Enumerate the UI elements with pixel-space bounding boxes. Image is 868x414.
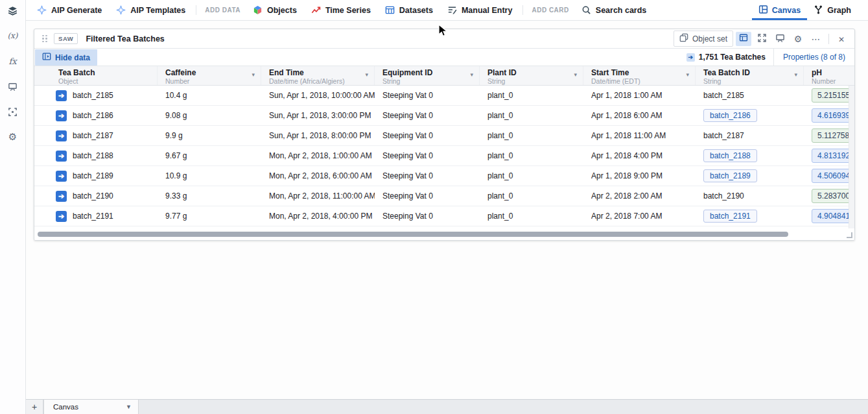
variable-icon[interactable]: (x) — [7, 30, 19, 42]
start-time-value: Apr 1, 2018 1:00 AM — [591, 91, 662, 100]
column-header-plant-id[interactable]: Plant IDString▾ — [480, 66, 583, 85]
cell-tea-batch[interactable]: ➔batch_2187 — [34, 126, 158, 145]
tab-canvas[interactable]: Canvas — [752, 0, 807, 20]
plant-id-value: plant_0 — [487, 151, 513, 160]
resize-corner-handle[interactable] — [847, 232, 852, 238]
object-count[interactable]: ➔ 1,751 Tea Batches — [679, 49, 773, 66]
card-settings-button[interactable]: ⚙ — [790, 32, 806, 46]
cell-tea-batch[interactable]: ➔batch_2189 — [34, 166, 158, 186]
cell-equipment-id: Steeping Vat 0 — [375, 86, 480, 105]
cell-end-time: Mon, Apr 2, 2018, 6:00:00 AM — [261, 166, 375, 186]
cell-tea-batch-id[interactable]: batch_2189 — [696, 166, 804, 186]
aip-templates-button[interactable]: AIP Templates — [109, 0, 193, 20]
cell-equipment-id: Steeping Vat 0 — [375, 126, 480, 145]
column-type-label: Number — [812, 77, 854, 85]
column-label: pH — [812, 68, 854, 77]
aip-generate-button[interactable]: AIP Generate — [30, 0, 109, 20]
chevron-down-icon[interactable]: ▾ — [470, 71, 473, 78]
maximize-button[interactable] — [754, 32, 769, 46]
column-header-tea-batch-id[interactable]: Tea Batch IDString▾ — [696, 66, 804, 85]
batch-id-chip[interactable]: batch_2191 — [703, 210, 757, 223]
batch-id-chip[interactable]: batch_2188 — [703, 149, 757, 162]
presentation-icon[interactable] — [7, 80, 19, 92]
search-cards-button[interactable]: Search cards — [574, 0, 654, 20]
batch-id-chip[interactable]: batch_2189 — [703, 169, 757, 182]
cell-plant-id: plant_0 — [480, 206, 583, 226]
cell-tea-batch-id: batch_2190 — [696, 186, 804, 206]
cell-tea-batch[interactable]: ➔batch_2186 — [34, 106, 158, 125]
cell-tea-batch-id[interactable]: batch_2188 — [696, 146, 804, 165]
caffeine-value: 9.08 g — [165, 111, 187, 120]
datasets-icon — [385, 5, 395, 15]
column-header-start-time[interactable]: Start TimeDate/time (EDT)▾ — [583, 66, 696, 85]
table-header-row: Tea BatchObjectCaffeineNumber▾End TimeDa… — [34, 66, 854, 86]
more-options-button[interactable]: ⋯ — [808, 32, 824, 46]
vertical-scrollbar[interactable] — [849, 86, 854, 228]
focus-icon[interactable] — [7, 106, 19, 117]
objects-button[interactable]: Objects — [246, 0, 304, 20]
gear-icon: ⚙ — [794, 34, 803, 44]
chevron-down-icon[interactable]: ▾ — [365, 71, 368, 78]
object-link-icon[interactable]: ➔ — [56, 110, 67, 121]
drag-handle-icon[interactable] — [42, 35, 47, 43]
cell-plant-id: plant_0 — [480, 106, 583, 125]
settings-icon[interactable]: ⚙ — [7, 131, 19, 143]
datasets-button[interactable]: Datasets — [378, 0, 440, 20]
object-link-icon[interactable]: ➔ — [56, 211, 67, 222]
object-set-icon — [679, 33, 688, 44]
column-header-end-time[interactable]: End TimeDate/time (Africa/Algiers)▾ — [261, 66, 375, 85]
cell-equipment-id: Steeping Vat 0 — [375, 186, 480, 206]
column-header-ph[interactable]: pHNumber — [804, 66, 854, 85]
add-page-button[interactable]: + — [26, 400, 43, 414]
maximize-icon — [757, 33, 767, 45]
cell-tea-batch-id[interactable]: batch_2191 — [696, 206, 804, 226]
chevron-down-icon[interactable]: ▾ — [252, 71, 255, 78]
column-header-tea-batch[interactable]: Tea BatchObject — [34, 66, 158, 85]
graph-view-icon — [814, 5, 823, 16]
canvas-workspace: SAW Filtered Tea Batches Object set ⚙ ⋯ — [26, 21, 868, 399]
column-header-equipment-id[interactable]: Equipment IDString▾ — [375, 66, 480, 85]
add-card-section-label-label: ADD CARD — [532, 6, 569, 14]
manual-entry-button[interactable]: Manual Entry — [440, 0, 520, 20]
cell-tea-batch[interactable]: ➔batch_2188 — [34, 146, 158, 165]
present-button[interactable] — [772, 32, 788, 46]
object-link-icon[interactable]: ➔ — [56, 90, 67, 101]
chevron-down-icon[interactable]: ▾ — [794, 71, 797, 78]
object-set-button[interactable]: Object set — [674, 30, 733, 47]
equipment-id-value: Steeping Vat 0 — [382, 171, 433, 180]
page-tab-canvas[interactable]: Canvas ▼ — [43, 400, 139, 414]
cell-tea-batch[interactable]: ➔batch_2191 — [34, 206, 158, 226]
tab-graph[interactable]: Graph — [807, 0, 858, 20]
cell-end-time: Sun, Apr 1, 2018, 3:00:00 PM — [261, 106, 375, 125]
table-view-button[interactable] — [736, 32, 751, 46]
chevron-down-icon[interactable]: ▾ — [574, 71, 577, 78]
cell-start-time: Apr 2, 2018 2:00 AM — [583, 186, 696, 206]
cell-caffeine: 9.33 g — [158, 186, 261, 206]
function-icon[interactable]: fx — [7, 55, 19, 67]
properties-link[interactable]: Properties (8 of 8) — [773, 49, 854, 66]
object-link-icon[interactable]: ➔ — [56, 130, 67, 141]
search-cards-button-label: Search cards — [596, 6, 647, 15]
time-series-button-label: Time Series — [325, 6, 371, 15]
horizontal-scrollbar-thumb[interactable] — [38, 232, 788, 237]
header-separator — [828, 34, 829, 44]
object-link-icon[interactable]: ➔ — [56, 171, 67, 182]
close-card-button[interactable]: ✕ — [834, 32, 849, 46]
cell-tea-batch-id[interactable]: batch_2186 — [696, 106, 804, 125]
cell-tea-batch[interactable]: ➔batch_2185 — [34, 86, 158, 105]
batch-id-chip[interactable]: batch_2186 — [703, 109, 757, 122]
layers-icon[interactable] — [7, 5, 19, 16]
hide-data-button[interactable]: Hide data — [35, 49, 97, 66]
caffeine-value: 9.33 g — [165, 191, 187, 201]
start-time-value: Apr 1, 2018 6:00 AM — [591, 111, 662, 120]
object-link-icon[interactable]: ➔ — [56, 151, 67, 162]
horizontal-scrollbar-track — [34, 228, 854, 240]
cell-tea-batch[interactable]: ➔batch_2190 — [34, 186, 158, 206]
table-row: ➔batch_21889.67 gMon, Apr 2, 2018, 1:00:… — [34, 146, 854, 166]
time-series-button[interactable]: Time Series — [304, 0, 378, 20]
chevron-down-icon[interactable]: ▼ — [126, 404, 132, 410]
object-link-icon[interactable]: ➔ — [56, 191, 67, 202]
column-header-caffeine[interactable]: CaffeineNumber▾ — [158, 66, 261, 85]
chevron-down-icon[interactable]: ▾ — [686, 71, 689, 78]
cell-equipment-id: Steeping Vat 0 — [375, 206, 480, 226]
